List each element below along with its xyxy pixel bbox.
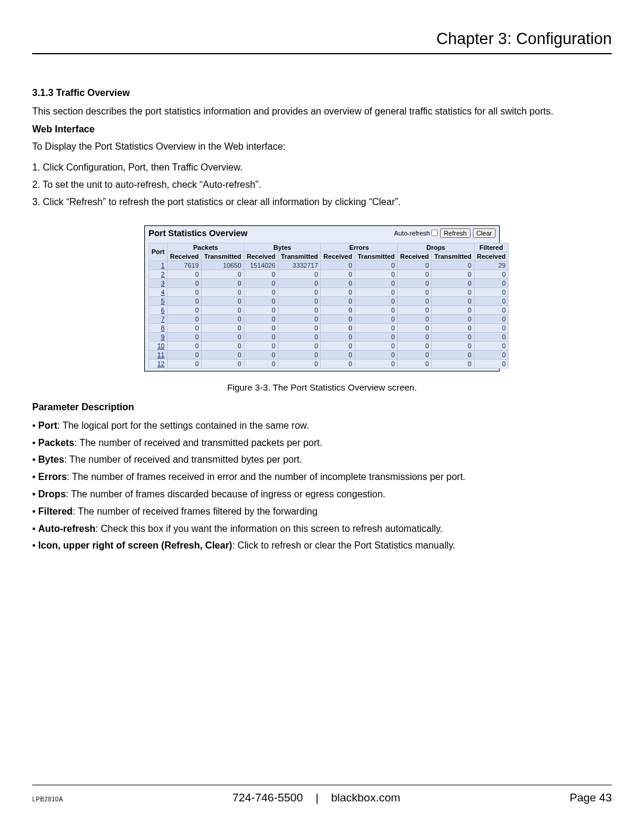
table-cell: 0: [278, 323, 320, 332]
th-bytes-tx: Transmitted: [278, 252, 320, 261]
screenshot-title: Port Statistics Overview: [148, 228, 394, 238]
table-cell: 0: [355, 332, 397, 341]
table-cell: 0: [398, 278, 432, 287]
table-cell: 0: [244, 305, 278, 314]
table-cell: 0: [355, 323, 397, 332]
table-cell: 0: [355, 305, 397, 314]
th-err-rx: Received: [321, 252, 355, 261]
table-row: 11000000000: [149, 350, 509, 359]
param-item: • Port: The logical port for the setting…: [32, 417, 612, 435]
table-cell: 0: [474, 323, 508, 332]
chapter-title: Chapter 3: Configuration: [32, 30, 612, 54]
table-cell: 0: [168, 278, 202, 287]
step-3: 3. Click “Refresh” to refresh the port s…: [32, 194, 612, 211]
table-cell: 0: [321, 270, 355, 278]
table-cell: 0: [321, 305, 355, 314]
param-item: • Packets: The number of received and tr…: [32, 435, 612, 452]
footer-model: LPB2810A: [32, 796, 63, 803]
param-item: • Drops: The number of frames discarded …: [32, 486, 612, 503]
table-cell: 0: [432, 314, 474, 323]
table-cell: 0: [244, 359, 278, 368]
port-link[interactable]: 4: [161, 289, 165, 296]
table-cell: 0: [398, 270, 432, 278]
table-cell: 0: [202, 332, 244, 341]
table-cell: 0: [432, 323, 474, 332]
table-cell: 0: [168, 350, 202, 359]
port-link[interactable]: 12: [157, 360, 165, 367]
table-cell: 12: [149, 359, 168, 368]
table-cell: 0: [168, 332, 202, 341]
port-link[interactable]: 9: [161, 333, 165, 340]
table-cell: 0: [474, 350, 508, 359]
th-pkts-rx: Received: [168, 252, 202, 261]
table-cell: 10: [149, 341, 168, 350]
table-row: 3000000000: [149, 278, 509, 287]
th-bytes: Bytes: [244, 243, 321, 252]
table-cell: 0: [244, 287, 278, 296]
table-cell: 0: [398, 332, 432, 341]
auto-refresh-checkbox[interactable]: [431, 230, 438, 236]
table-cell: 3332717: [278, 261, 320, 270]
th-port: Port: [149, 243, 168, 261]
table-cell: 1: [149, 261, 168, 270]
table-cell: 10650: [202, 261, 244, 270]
table-cell: 0: [355, 341, 397, 350]
port-link[interactable]: 6: [161, 306, 165, 314]
table-cell: 7619: [168, 261, 202, 270]
param-item: • Auto-refresh: Check this box if you wa…: [32, 521, 612, 538]
table-row: 10000000000: [149, 341, 509, 350]
table-cell: 0: [432, 261, 474, 270]
table-cell: 0: [474, 270, 508, 278]
table-row: 7000000000: [149, 314, 509, 323]
parameter-list: • Port: The logical port for the setting…: [32, 417, 612, 555]
param-item: • Errors: The number of frames received …: [32, 469, 612, 486]
param-item: • Filtered: The number of received frame…: [32, 503, 612, 521]
refresh-button[interactable]: Refresh: [440, 228, 470, 238]
table-cell: 0: [202, 278, 244, 287]
th-drop-tx: Transmitted: [432, 252, 474, 261]
clear-button[interactable]: Clear: [473, 228, 496, 238]
port-link[interactable]: 5: [161, 298, 165, 305]
param-heading: Parameter Description: [32, 402, 612, 413]
table-cell: 0: [398, 359, 432, 368]
th-err-tx: Transmitted: [355, 252, 397, 261]
table-cell: 0: [202, 296, 244, 305]
table-cell: 0: [474, 359, 508, 368]
table-cell: 0: [202, 323, 244, 332]
table-cell: 0: [278, 287, 320, 296]
table-row: 4000000000: [149, 287, 509, 296]
table-cell: 0: [168, 314, 202, 323]
section-intro: This section describes the port statisti…: [32, 104, 612, 118]
table-cell: 8: [149, 323, 168, 332]
port-statistics-table: Port Packets Bytes Errors Drops Filtered…: [148, 243, 509, 368]
step-1: 1. Click Configuration, Port, then Traff…: [32, 159, 612, 176]
table-cell: 0: [355, 278, 397, 287]
table-cell: 2: [149, 270, 168, 278]
th-filt-rx: Received: [474, 252, 508, 261]
table-cell: 0: [321, 296, 355, 305]
port-link[interactable]: 3: [161, 280, 165, 287]
port-link[interactable]: 11: [157, 351, 165, 358]
auto-refresh-label[interactable]: Auto-refresh: [394, 230, 438, 237]
port-link[interactable]: 1: [161, 262, 165, 269]
table-cell: 0: [398, 350, 432, 359]
port-link[interactable]: 7: [161, 315, 165, 323]
page-footer: LPB2810A 724-746-5500 | blackbox.com Pag…: [32, 785, 612, 804]
table-cell: 0: [432, 305, 474, 314]
table-cell: 0: [278, 278, 320, 287]
steps-list: 1. Click Configuration, Port, then Traff…: [32, 159, 612, 210]
table-cell: 0: [432, 359, 474, 368]
table-cell: 0: [202, 314, 244, 323]
table-row: 176191065015140263332717000029: [149, 261, 509, 270]
table-row: 8000000000: [149, 323, 509, 332]
port-link[interactable]: 8: [161, 324, 165, 332]
table-cell: 9: [149, 332, 168, 341]
th-bytes-rx: Received: [244, 252, 278, 261]
table-row: 2000000000: [149, 270, 509, 278]
th-pkts-tx: Transmitted: [202, 252, 244, 261]
port-link[interactable]: 2: [161, 271, 165, 278]
port-link[interactable]: 10: [157, 342, 165, 349]
table-cell: 0: [168, 287, 202, 296]
table-row: 9000000000: [149, 332, 509, 341]
table-cell: 0: [355, 270, 397, 278]
